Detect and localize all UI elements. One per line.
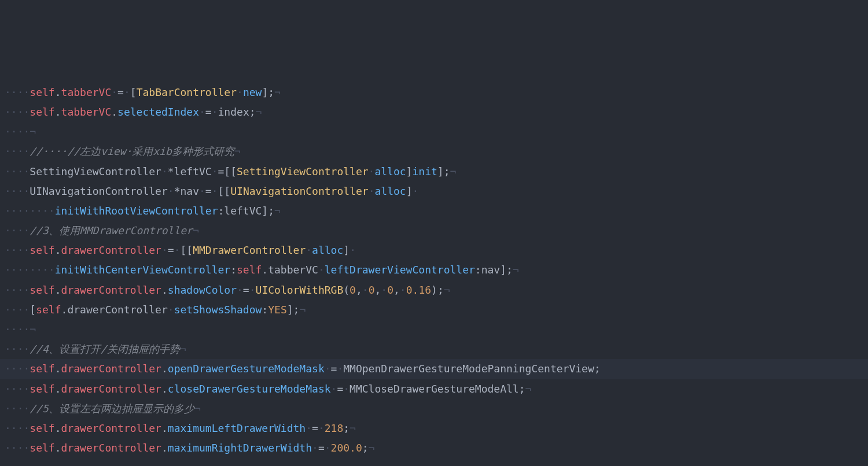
token-ws: · (199, 106, 205, 118)
token-method: shadowColor (168, 284, 237, 296)
token-ws: ¬ (513, 264, 519, 276)
token-punct: , (356, 284, 362, 296)
token-punct: ] (406, 165, 413, 177)
token-self: self (30, 106, 54, 118)
token-self: self (30, 284, 54, 296)
token-punct: . (161, 442, 168, 454)
token-method: alloc (312, 244, 343, 256)
token-ws: ···· (5, 442, 30, 454)
token-punct: . (55, 86, 61, 98)
token-punct: . (161, 284, 168, 296)
code-line[interactable]: ····self.drawerController.shadowColor·=·… (0, 280, 868, 300)
token-ws: ¬ (180, 343, 186, 355)
token-punct: , (393, 284, 400, 296)
token-punct: . (55, 244, 61, 256)
code-line[interactable]: ····¬ (0, 122, 868, 142)
token-ws: ¬ (274, 205, 281, 217)
code-line[interactable]: ····//4、设置打开/关闭抽屉的手势¬ (0, 339, 868, 359)
code-line[interactable]: ····self.drawerController.maximumRightDr… (0, 438, 868, 458)
token-punct: , (374, 284, 381, 296)
code-line[interactable]: ········initWithCenterViewController:sel… (0, 260, 868, 280)
code-line[interactable]: ········initWithRootViewController:leftV… (0, 201, 868, 221)
token-punct: [ (30, 304, 36, 316)
token-punct: = (168, 244, 174, 256)
token-self: self (30, 422, 54, 434)
token-punct: = (205, 185, 212, 197)
token-punct: ] (343, 244, 350, 256)
token-ws: ···· (5, 86, 30, 98)
code-line[interactable]: ····self.tabberVC.selectedIndex·=·index;… (0, 102, 868, 122)
token-ws: ¬ (274, 86, 281, 98)
token-ws: · (362, 284, 369, 296)
token-ws: · (174, 244, 181, 256)
token-punct: . (161, 383, 168, 395)
token-ws: · (337, 363, 343, 375)
token-punct: :leftVC]; (218, 205, 274, 217)
token-ws: ····¬ (5, 125, 36, 138)
token-ws: · (400, 284, 406, 296)
token-number: 0 (369, 284, 375, 296)
token-punct: . (55, 106, 61, 118)
token-ws: · (161, 244, 168, 256)
token-ws: · (237, 86, 243, 98)
token-punct: . (61, 304, 68, 316)
token-ident: MMOpenDrawerGestureModePanningCenterView… (343, 363, 600, 375)
token-ws: ···· (5, 244, 30, 256)
token-ws: · (413, 185, 419, 197)
code-line[interactable]: ····self.drawerController.closeDrawerGes… (0, 379, 868, 399)
token-punct: . (55, 363, 61, 375)
token-ws: · (325, 363, 331, 375)
token-number: 200.0 (331, 442, 362, 454)
token-property: drawerController (61, 363, 161, 375)
token-ws: ¬ (299, 304, 306, 316)
token-self: self (30, 363, 54, 375)
token-ws: · (318, 264, 325, 276)
token-number: 0 (350, 284, 356, 296)
token-punct: . (55, 284, 61, 296)
token-method: setShowsShadow (174, 304, 262, 316)
token-ident: SettingViewController (30, 165, 161, 177)
token-self: self (30, 86, 54, 98)
token-ws: ···· (5, 402, 30, 415)
token-self: self (30, 244, 54, 256)
token-method: initWithCenterViewController (55, 264, 230, 276)
token-punct: [[ (180, 244, 193, 256)
token-method: new (243, 86, 262, 98)
code-line[interactable]: ····//3、使用MMDrawerController¬ (0, 221, 868, 241)
code-line[interactable]: ¬ (0, 458, 868, 466)
token-ws: · (212, 165, 218, 177)
token-ws: ···· (5, 304, 30, 316)
token-punct: = (318, 442, 325, 454)
code-line[interactable]: ····self.drawerController·=·[[MMDrawerCo… (0, 241, 868, 260)
token-ws: · (168, 304, 174, 316)
token-ident: drawerController (67, 304, 167, 316)
code-line[interactable]: ····//····//左边view·采用xib多种形式研究¬ (0, 142, 868, 161)
token-ws: ···· (5, 284, 30, 296)
code-line[interactable]: ····self.drawerController.maximumLeftDra… (0, 419, 868, 438)
token-method: initWithRootViewController (55, 205, 218, 217)
token-ws: ···· (5, 185, 30, 197)
token-number: 0.16 (406, 284, 431, 296)
token-ws: ···· (5, 343, 30, 355)
token-ws: ¬ (450, 165, 457, 177)
token-ws: ···· (5, 422, 30, 434)
token-number: 218 (325, 422, 344, 434)
code-editor[interactable]: ····self.tabberVC·=·[TabBarController·ne… (0, 83, 868, 466)
token-ws: ¬ (194, 402, 201, 415)
code-line[interactable]: ····[self.drawerController·setShowsShado… (0, 300, 868, 320)
code-line[interactable]: ····SettingViewController·*leftVC·=[[Set… (0, 162, 868, 182)
token-comment: //5、设置左右两边抽屉显示的多少 (30, 402, 194, 415)
token-punct: = (312, 422, 318, 434)
token-ident: UINavigationController (30, 185, 167, 197)
code-line[interactable]: ····self.tabberVC·=·[TabBarController·ne… (0, 83, 868, 102)
token-ident: tabberVC (268, 264, 318, 276)
code-line[interactable]: ····self.drawerController.openDrawerGest… (0, 359, 868, 379)
token-ws: · (237, 284, 243, 296)
code-line[interactable]: ····¬ (0, 320, 868, 339)
code-line[interactable]: ····UINavigationController·*nav·=·[[UINa… (0, 182, 868, 201)
token-punct: : (230, 264, 237, 276)
token-ws: · (318, 422, 325, 434)
token-ws: · (369, 165, 375, 177)
token-method: maximumRightDrawerWidth (168, 442, 312, 454)
code-line[interactable]: ····//5、设置左右两边抽屉显示的多少¬ (0, 399, 868, 419)
